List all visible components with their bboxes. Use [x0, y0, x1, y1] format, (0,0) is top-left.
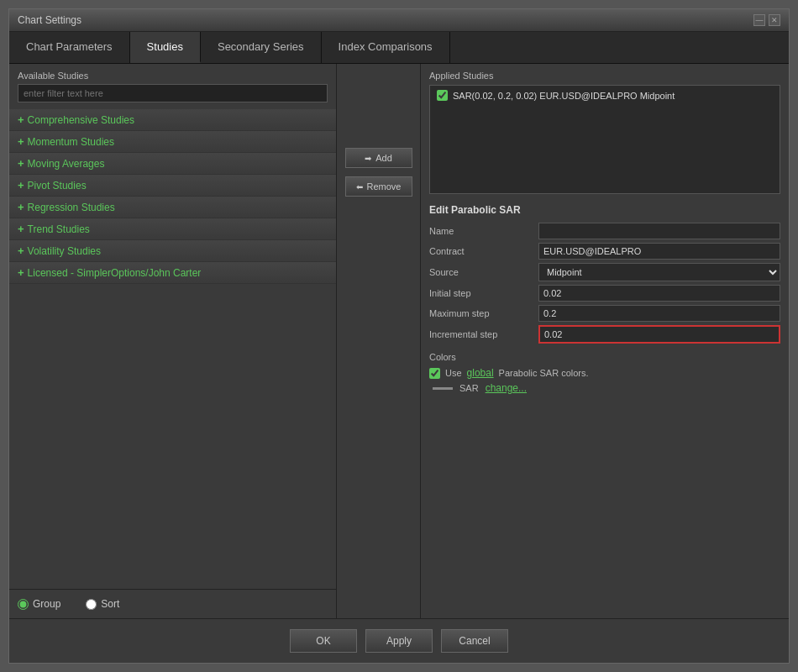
expand-icon: + — [18, 201, 24, 213]
field-label-source: Source — [429, 267, 538, 277]
chart-settings-dialog: Chart Settings — ✕ Chart Parameters Stud… — [8, 8, 790, 664]
studies-list: + Comprehensive Studies + Momentum Studi… — [9, 109, 336, 589]
applied-item-checkbox[interactable] — [437, 90, 448, 101]
tab-bar: Chart Parameters Studies Secondary Serie… — [9, 32, 789, 64]
applied-item-sar[interactable]: SAR(0.02, 0.2, 0.02) EUR.USD@IDEALPRO Mi… — [430, 86, 780, 105]
title-controls: — ✕ — [753, 14, 780, 26]
add-arrow-icon — [365, 153, 371, 163]
sar-color-row: SAR change... — [433, 382, 780, 394]
tab-index-comparisons[interactable]: Index Comparisons — [322, 32, 450, 63]
ok-button[interactable]: OK — [290, 629, 357, 653]
colors-section: Colors Use global Parabolic SAR colors. … — [429, 352, 780, 394]
expand-icon: + — [18, 223, 24, 235]
study-item-comprehensive[interactable]: + Comprehensive Studies — [9, 109, 336, 131]
right-panel: Applied Studies SAR(0.02, 0.2, 0.02) EUR… — [421, 64, 789, 618]
edit-row-incremental-step: Incremental step — [429, 325, 780, 344]
expand-icon: + — [18, 135, 24, 148]
minimize-button[interactable]: — — [753, 14, 765, 26]
field-label-contract: Contract — [429, 246, 538, 256]
field-label-initial-step: Initial step — [429, 288, 538, 298]
left-panel: Available Studies + Comprehensive Studie… — [9, 64, 337, 618]
bottom-bar: OK Apply Cancel — [9, 618, 789, 663]
field-contract[interactable] — [538, 243, 780, 260]
applied-list: SAR(0.02, 0.2, 0.02) EUR.USD@IDEALPRO Mi… — [429, 85, 780, 194]
filter-input[interactable] — [18, 84, 328, 102]
use-global-label: Use — [445, 368, 462, 378]
dialog-title: Chart Settings — [18, 14, 81, 26]
expand-icon: + — [18, 266, 24, 279]
remove-button[interactable]: Remove — [345, 176, 412, 197]
edit-row-initial-step: Initial step — [429, 285, 780, 302]
colors-title: Colors — [429, 352, 780, 362]
field-label-incremental-step: Incremental step — [429, 329, 538, 339]
sort-radio-label[interactable]: Sort — [86, 598, 119, 610]
study-item-trend[interactable]: + Trend Studies — [9, 218, 336, 240]
study-item-licensed[interactable]: + Licensed - SimplerOptions/John Carter — [9, 262, 336, 284]
tab-chart-parameters[interactable]: Chart Parameters — [9, 32, 130, 63]
title-bar: Chart Settings — ✕ — [9, 9, 789, 32]
tab-secondary-series[interactable]: Secondary Series — [201, 32, 322, 63]
cancel-button[interactable]: Cancel — [441, 629, 508, 653]
field-label-name: Name — [429, 226, 538, 236]
edit-row-source: Source Midpoint Bid Ask Last — [429, 263, 780, 281]
tab-studies[interactable]: Studies — [130, 32, 201, 63]
study-item-volatility[interactable]: + Volatility Studies — [9, 240, 336, 262]
sort-radio[interactable] — [86, 599, 97, 610]
edit-row-name: Name — [429, 223, 780, 239]
close-button[interactable]: ✕ — [769, 14, 780, 26]
global-link[interactable]: global — [467, 367, 494, 379]
applied-studies-header: Applied Studies — [429, 71, 780, 81]
field-initial-step[interactable] — [538, 285, 780, 302]
middle-panel: Add Remove — [337, 64, 421, 618]
field-incremental-step[interactable] — [538, 325, 780, 344]
edit-section: Edit Parabolic SAR Name Contract Source … — [429, 204, 780, 612]
sar-color-swatch — [433, 387, 453, 390]
add-button[interactable]: Add — [345, 148, 412, 168]
left-bottom: Group Sort — [9, 589, 336, 618]
study-item-moving-averages[interactable]: + Moving Averages — [9, 153, 336, 175]
group-radio-label[interactable]: Group — [18, 598, 60, 610]
parabolic-sar-colors-label: Parabolic SAR colors. — [499, 368, 589, 378]
global-colors-checkbox[interactable] — [429, 368, 440, 379]
expand-icon: + — [18, 157, 24, 170]
expand-icon: + — [18, 179, 24, 192]
study-item-pivot[interactable]: + Pivot Studies — [9, 175, 336, 197]
main-content: Available Studies + Comprehensive Studie… — [9, 64, 789, 618]
change-link[interactable]: change... — [486, 382, 527, 394]
expand-icon: + — [18, 113, 24, 126]
expand-icon: + — [18, 244, 24, 257]
edit-row-contract: Contract — [429, 243, 780, 260]
available-studies-header: Available Studies — [9, 64, 336, 84]
edit-row-max-step: Maximum step — [429, 305, 780, 322]
color-row-global: Use global Parabolic SAR colors. — [429, 367, 780, 379]
study-item-momentum[interactable]: + Momentum Studies — [9, 131, 336, 153]
edit-title: Edit Parabolic SAR — [429, 204, 780, 216]
sar-label: SAR — [459, 383, 479, 393]
field-name[interactable] — [538, 223, 780, 239]
group-radio[interactable] — [18, 599, 29, 610]
field-max-step[interactable] — [538, 305, 780, 322]
field-source[interactable]: Midpoint Bid Ask Last — [538, 263, 780, 281]
apply-button[interactable]: Apply — [365, 629, 433, 653]
study-item-regression[interactable]: + Regression Studies — [9, 197, 336, 218]
field-label-max-step: Maximum step — [429, 308, 538, 318]
remove-arrow-icon — [356, 181, 363, 192]
